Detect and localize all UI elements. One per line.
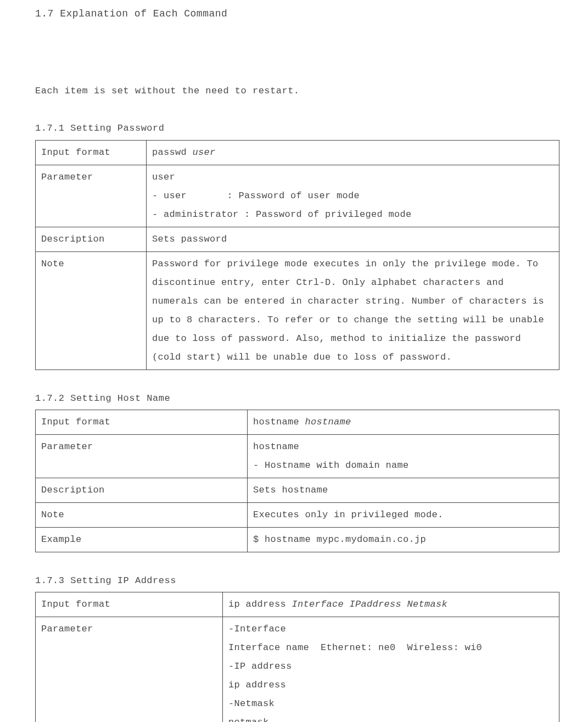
row-value: ip address Interface IPaddress Netmask: [223, 592, 559, 617]
row-value: hostname hostname: [248, 410, 559, 435]
table-row: Input formathostname hostname: [36, 410, 559, 435]
table-row: Example$ hostname mypc.mydomain.co.jp: [36, 528, 559, 552]
row-label: Example: [36, 528, 248, 552]
command-table: Input formatip address Interface IPaddre…: [35, 592, 559, 722]
row-value: Sets password: [147, 227, 559, 251]
command-table: Input formathostname hostnameParameterho…: [35, 410, 559, 552]
row-label: Input format: [36, 140, 147, 165]
row-label: Input format: [36, 592, 223, 617]
intro-text: Each item is set without the need to res…: [35, 82, 559, 100]
section-title: 1.7.2 Setting Host Name: [35, 390, 559, 407]
row-label: Note: [36, 503, 248, 528]
row-value: -InterfaceInterface name Ethernet: ne0 W…: [223, 617, 559, 722]
document-page: 1.7 Explanation of Each Command Each ite…: [0, 0, 588, 722]
row-label: Note: [36, 251, 147, 370]
table-row: Parameterhostname- Hostname with domain …: [36, 435, 559, 478]
table-row: Input formatpasswd user: [36, 140, 559, 165]
row-label: Parameter: [36, 617, 223, 722]
row-value: Password for privilege mode executes in …: [147, 251, 559, 370]
row-label: Description: [36, 478, 248, 503]
page-title: 1.7 Explanation of Each Command: [35, 4, 559, 23]
row-value: user- user : Password of user mode- admi…: [147, 165, 559, 227]
row-label: Parameter: [36, 165, 147, 227]
row-value: passwd user: [147, 140, 559, 165]
row-value: $ hostname mypc.mydomain.co.jp: [248, 528, 559, 552]
table-row: NotePassword for privilege mode executes…: [36, 251, 559, 370]
row-value: hostname- Hostname with domain name: [248, 435, 559, 478]
table-row: DescriptionSets password: [36, 227, 559, 251]
command-table: Input formatpasswd userParameteruser- us…: [35, 140, 559, 370]
row-value: Executes only in privileged mode.: [248, 503, 559, 528]
row-label: Description: [36, 227, 147, 251]
section-title: 1.7.3 Setting IP Address: [35, 572, 559, 590]
table-row: NoteExecutes only in privileged mode.: [36, 503, 559, 528]
row-value: Sets hostname: [248, 478, 559, 503]
table-row: Input formatip address Interface IPaddre…: [36, 592, 559, 617]
section-title: 1.7.1 Setting Password: [35, 120, 559, 137]
row-label: Parameter: [36, 435, 248, 478]
table-row: DescriptionSets hostname: [36, 478, 559, 503]
table-row: Parameter-InterfaceInterface name Ethern…: [36, 617, 559, 722]
row-label: Input format: [36, 410, 248, 435]
table-row: Parameteruser- user : Password of user m…: [36, 165, 559, 227]
